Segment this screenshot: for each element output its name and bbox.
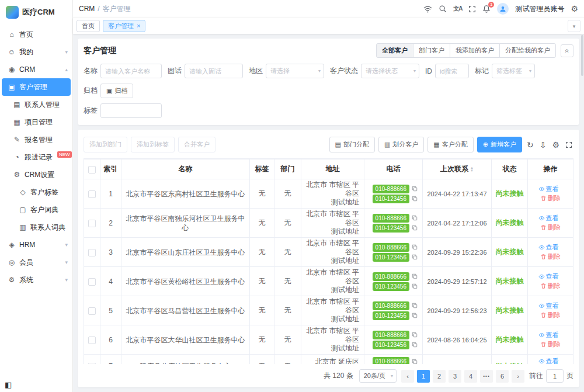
- phone-badge[interactable]: 010-888666: [373, 357, 409, 364]
- user-name[interactable]: 测试管理员账号: [515, 4, 564, 14]
- phone-input[interactable]: [185, 64, 243, 78]
- row-checkbox[interactable]: [88, 220, 96, 227]
- sidebar-item-crm[interactable]: ◉ CRM ▴: [0, 61, 72, 78]
- department-assign-button[interactable]: ▤ 部门分配: [329, 137, 375, 152]
- network-icon[interactable]: [423, 5, 432, 13]
- copy-icon[interactable]: [412, 254, 418, 260]
- next-page-button[interactable]: ›: [512, 370, 524, 383]
- copy-icon[interactable]: [412, 225, 418, 231]
- delete-button[interactable]: 删除: [540, 223, 561, 232]
- delete-button[interactable]: 删除: [540, 282, 561, 290]
- sidebar-item-project-management[interactable]: ▦ 项目管理: [0, 113, 72, 131]
- customer-assign-button[interactable]: ▦ 客户分配: [427, 137, 473, 152]
- tab-home[interactable]: 首页: [77, 20, 100, 32]
- scope-my-added-customers[interactable]: 我添加的客户: [450, 43, 500, 58]
- copy-icon[interactable]: [412, 186, 418, 192]
- sidebar-item-hrm[interactable]: ◈ HRM ▾: [0, 236, 72, 254]
- col-last-contact[interactable]: 上次联系▲▼: [423, 159, 492, 179]
- copy-icon[interactable]: [412, 359, 418, 365]
- sidebar-item-followup-records[interactable]: ◔ 跟进记录 NEW: [0, 148, 72, 166]
- bell-icon[interactable]: 1: [482, 5, 491, 13]
- prev-page-button[interactable]: ‹: [401, 370, 414, 383]
- copy-icon[interactable]: [412, 313, 418, 318]
- delete-button[interactable]: 删除: [540, 194, 561, 203]
- name-input[interactable]: [100, 64, 162, 78]
- avatar[interactable]: [497, 3, 509, 15]
- tag-input[interactable]: [100, 103, 162, 118]
- view-button[interactable]: 查看: [538, 357, 559, 364]
- page-more-button[interactable]: •••: [480, 370, 493, 383]
- copy-icon[interactable]: [412, 342, 418, 348]
- phone-badge[interactable]: 010-888666: [373, 331, 409, 339]
- page-button-1[interactable]: 1: [417, 370, 430, 383]
- column-settings-icon[interactable]: ⚙: [551, 140, 561, 150]
- table-fullscreen-icon[interactable]: [564, 141, 573, 148]
- phone-badge[interactable]: 010-123456: [373, 341, 409, 349]
- delete-button[interactable]: 删除: [540, 311, 561, 320]
- sidebar-item-contact-dictionary[interactable]: ▥ 联系人词典: [0, 218, 72, 236]
- page-size-select[interactable]: 20条/页 ▾: [359, 369, 397, 383]
- scope-all-customers[interactable]: 全部客户: [376, 43, 413, 58]
- fullscreen-icon[interactable]: [468, 5, 476, 13]
- search-icon[interactable]: [439, 5, 447, 13]
- sidebar-item-customer-tags[interactable]: ◇ 客户标签: [0, 183, 72, 201]
- phone-badge[interactable]: 010-888666: [373, 185, 409, 193]
- divide-customers-button[interactable]: ▥ 划分客户: [378, 137, 424, 152]
- sort-icon[interactable]: ▲▼: [470, 166, 474, 172]
- view-button[interactable]: 查看: [538, 331, 559, 339]
- scope-assigned-to-me[interactable]: 分配给我的客户: [499, 43, 556, 58]
- sidebar-item-home[interactable]: ⌂ 首页: [0, 26, 72, 43]
- page-button-6[interactable]: 6: [496, 370, 509, 383]
- phone-badge[interactable]: 010-123456: [373, 253, 409, 262]
- view-button[interactable]: 查看: [538, 272, 559, 281]
- scrollbar[interactable]: [581, 35, 583, 76]
- copy-icon[interactable]: [412, 283, 418, 289]
- phone-badge[interactable]: 010-888666: [373, 301, 409, 310]
- view-button[interactable]: 查看: [538, 243, 559, 252]
- phone-badge[interactable]: 010-123456: [373, 311, 409, 320]
- sidebar-item-customer-management[interactable]: ▣ 客户管理: [2, 78, 71, 96]
- sidebar-collapse-icon[interactable]: ◧: [5, 380, 12, 389]
- merge-customers-button[interactable]: 合并客户: [178, 137, 215, 152]
- phone-badge[interactable]: 010-888666: [373, 272, 409, 281]
- copy-icon[interactable]: [412, 273, 418, 279]
- add-to-tag-button[interactable]: 添加到标签: [131, 137, 175, 152]
- status-select[interactable]: 请选择状态 ▾: [361, 64, 419, 78]
- sidebar-item-member[interactable]: ◎ 会员 ▾: [0, 254, 72, 271]
- sidebar-item-customer-dictionary[interactable]: ▢ 客户词典: [0, 201, 72, 218]
- tab-customer-management[interactable]: 客户管理 ×: [103, 20, 145, 32]
- select-all-checkbox[interactable]: [88, 166, 96, 174]
- id-input[interactable]: [435, 64, 469, 78]
- new-customer-button[interactable]: ⊕ 新增客户: [477, 137, 522, 152]
- archive-button[interactable]: ▣ 归档: [100, 84, 133, 98]
- copy-icon[interactable]: [412, 244, 418, 250]
- copy-icon[interactable]: [412, 332, 418, 338]
- row-checkbox[interactable]: [88, 190, 96, 198]
- row-checkbox[interactable]: [88, 337, 96, 344]
- phone-badge[interactable]: 010-888666: [373, 243, 409, 252]
- breadcrumb-root[interactable]: CRM: [79, 5, 95, 13]
- phone-badge[interactable]: 010-123456: [373, 282, 409, 291]
- sidebar-item-crm-settings[interactable]: ⚙ CRM设置: [0, 166, 72, 183]
- copy-icon[interactable]: [412, 215, 418, 221]
- page-button-3[interactable]: 3: [449, 370, 461, 383]
- sidebar-item-system[interactable]: ⚙ 系统 ▾: [0, 271, 72, 289]
- page-button-2[interactable]: 2: [433, 370, 446, 383]
- phone-badge[interactable]: 010-123456: [373, 224, 409, 233]
- sidebar-item-contact-management[interactable]: ▤ 联系人管理: [0, 96, 72, 113]
- page-button-4[interactable]: 4: [464, 370, 477, 383]
- add-to-department-button[interactable]: 添加到部门: [84, 137, 127, 152]
- sidebar-item-signup-management[interactable]: ✎ 报名管理: [0, 131, 72, 148]
- scope-dept-customers[interactable]: 部门客户: [413, 43, 450, 58]
- settings-gear-icon[interactable]: ⚙: [571, 5, 578, 13]
- collapse-filters-icon[interactable]: «: [561, 44, 573, 57]
- delete-button[interactable]: 删除: [540, 340, 561, 349]
- copy-icon[interactable]: [412, 196, 418, 202]
- download-icon[interactable]: ⇩: [538, 140, 548, 150]
- sidebar-item-mine[interactable]: ☺ 我的 ▾: [0, 43, 72, 61]
- view-button[interactable]: 查看: [538, 185, 559, 193]
- refresh-icon[interactable]: ↻: [526, 140, 535, 150]
- copy-icon[interactable]: [412, 303, 418, 308]
- row-checkbox[interactable]: [88, 249, 96, 256]
- mark-select[interactable]: 筛选标签 ▾: [492, 64, 535, 78]
